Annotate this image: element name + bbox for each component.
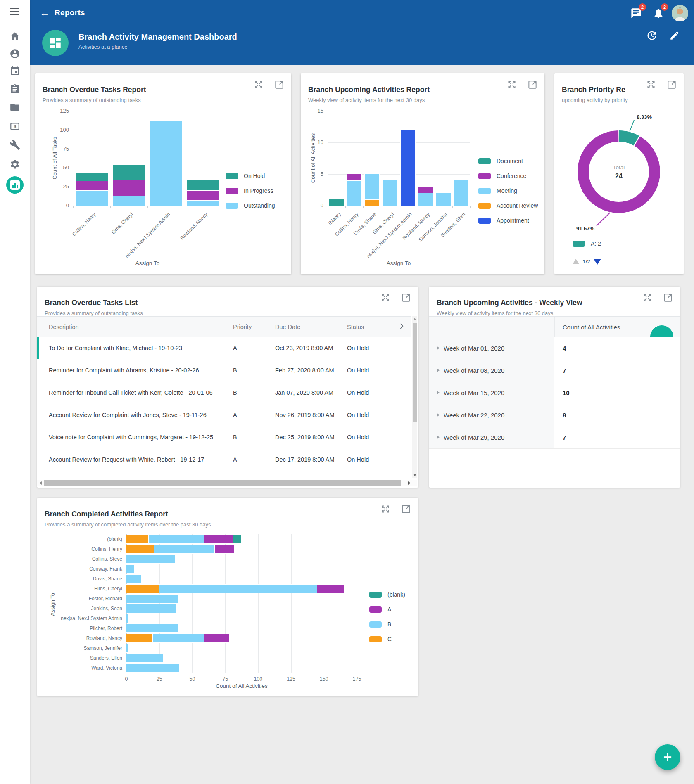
open-in-new-icon[interactable] bbox=[666, 79, 677, 90]
menu-icon[interactable] bbox=[10, 8, 19, 15]
avatar[interactable] bbox=[672, 5, 688, 21]
table-row[interactable]: Reminder for Complaint with Abrams, Kris… bbox=[37, 359, 411, 382]
expand-triangle-icon[interactable] bbox=[437, 368, 440, 372]
pager-up-icon[interactable] bbox=[573, 259, 579, 264]
legend-item-c[interactable]: C bbox=[369, 636, 392, 642]
bar-segment-blank[interactable] bbox=[233, 535, 241, 543]
bar-segment-meeting[interactable] bbox=[418, 193, 433, 206]
bar-segment-meeting[interactable] bbox=[365, 174, 379, 199]
bar-segment-appointment[interactable] bbox=[401, 130, 415, 206]
expand-triangle-icon[interactable] bbox=[437, 391, 440, 395]
donut-slice-a[interactable] bbox=[619, 136, 637, 141]
bar-segment-on-hold[interactable] bbox=[113, 165, 145, 180]
bar-segment-outstanding[interactable] bbox=[113, 196, 145, 206]
bar-segment-meeting[interactable] bbox=[436, 193, 451, 206]
tools-icon[interactable] bbox=[10, 140, 20, 150]
bar-segment-b[interactable] bbox=[154, 545, 215, 553]
back-arrow-icon[interactable]: ← bbox=[37, 6, 51, 20]
bar-segment-b[interactable] bbox=[126, 664, 179, 672]
column-header-due-date[interactable]: Due Date bbox=[275, 324, 300, 330]
bar-segment-b[interactable] bbox=[126, 595, 178, 603]
legend-item-meeting[interactable]: Meeting bbox=[478, 187, 517, 194]
table-row[interactable]: Reminder for Inbound Call Ticket with Ke… bbox=[37, 381, 411, 404]
bar-segment-b[interactable] bbox=[126, 575, 141, 583]
bar-segment-b[interactable] bbox=[126, 624, 178, 632]
bar-segment-c[interactable] bbox=[126, 585, 159, 593]
bar-segment-b[interactable] bbox=[126, 654, 163, 662]
sidebar-item-reports[interactable] bbox=[6, 176, 24, 194]
legend-item-on-hold[interactable]: On Hold bbox=[226, 173, 265, 179]
bar-segment-b[interactable] bbox=[159, 585, 318, 593]
bar-segment-b[interactable] bbox=[126, 555, 175, 563]
bar-segment-b[interactable] bbox=[126, 644, 128, 652]
week-expander[interactable]: Week of Mar 15, 2020 bbox=[429, 381, 554, 404]
vertical-scrollbar[interactable] bbox=[412, 316, 417, 478]
bar-segment-meeting[interactable] bbox=[347, 180, 361, 206]
bar-segment-outstanding[interactable] bbox=[187, 200, 219, 206]
home-icon[interactable] bbox=[10, 31, 20, 42]
legend-item-account-review[interactable]: Account Review bbox=[478, 202, 538, 209]
bar-segment-account-review[interactable] bbox=[365, 199, 379, 206]
legend-item-conference[interactable]: Conference bbox=[478, 173, 526, 179]
bar-segment-a[interactable] bbox=[204, 535, 233, 543]
bar-segment-conference[interactable] bbox=[418, 187, 433, 193]
bar-segment-in-progress[interactable] bbox=[76, 181, 108, 191]
bar-segment-c[interactable] bbox=[126, 535, 149, 543]
chat-icon[interactable]: 2 bbox=[628, 6, 643, 21]
bar-segment-document[interactable] bbox=[329, 199, 344, 206]
bar-segment-b[interactable] bbox=[126, 604, 176, 613]
bar-segment-in-progress[interactable] bbox=[113, 180, 145, 196]
legend-item-blank[interactable]: (blank) bbox=[369, 591, 405, 598]
table-row[interactable]: Account Review for Request with White, R… bbox=[37, 448, 411, 471]
tasks-icon[interactable] bbox=[10, 84, 20, 95]
bar-segment-a[interactable] bbox=[215, 545, 235, 553]
table-row[interactable]: Voice note for Complaint with Cummings, … bbox=[37, 426, 411, 449]
legend-item-in-progress[interactable]: In Progress bbox=[226, 187, 273, 194]
legend-item-a[interactable]: A bbox=[369, 606, 391, 613]
bar-segment-outstanding[interactable] bbox=[150, 121, 182, 206]
expand-triangle-icon[interactable] bbox=[437, 435, 440, 439]
bar-segment-b[interactable] bbox=[126, 614, 128, 623]
legend-item-appointment[interactable]: Appointment bbox=[478, 217, 529, 224]
edit-icon[interactable] bbox=[667, 28, 682, 43]
week-expander[interactable]: Week of Mar 22, 2020 bbox=[429, 404, 554, 426]
bar-segment-on-hold[interactable] bbox=[187, 180, 219, 191]
calendar-icon[interactable] bbox=[10, 66, 20, 76]
bar-segment-conference[interactable] bbox=[347, 174, 361, 180]
table-row[interactable]: To Do for Complaint with Kline, Michael … bbox=[37, 337, 411, 360]
column-header-status[interactable]: Status bbox=[347, 324, 364, 330]
bar-segment-meeting[interactable] bbox=[383, 180, 397, 206]
table-row[interactable]: Account Review for Complaint with Jones,… bbox=[37, 404, 411, 426]
legend-item-document[interactable]: Document bbox=[478, 158, 523, 164]
fullscreen-icon[interactable] bbox=[380, 292, 391, 303]
week-expander[interactable]: Week of Mar 29, 2020 bbox=[429, 426, 554, 448]
legend-item-outstanding[interactable]: Outstanding bbox=[226, 202, 275, 209]
donut-slice-other[interactable] bbox=[583, 136, 655, 208]
bar-segment-b[interactable] bbox=[126, 565, 134, 573]
billing-icon[interactable]: $ bbox=[10, 121, 20, 132]
bar-segment-outstanding[interactable] bbox=[76, 190, 108, 206]
expand-triangle-icon[interactable] bbox=[437, 346, 440, 350]
expand-triangle-icon[interactable] bbox=[437, 413, 440, 417]
fullscreen-icon[interactable] bbox=[642, 292, 653, 303]
fullscreen-icon[interactable] bbox=[646, 79, 656, 90]
pager-down-icon[interactable] bbox=[594, 259, 601, 265]
bar-segment-c[interactable] bbox=[126, 634, 153, 642]
documents-icon[interactable] bbox=[10, 102, 20, 113]
contacts-icon[interactable] bbox=[10, 48, 20, 59]
bar-segment-a[interactable] bbox=[317, 585, 344, 593]
bar-segment-b[interactable] bbox=[153, 634, 204, 642]
chevron-right-icon[interactable] bbox=[397, 322, 406, 330]
update-icon[interactable] bbox=[644, 28, 658, 43]
bar-segment-on-hold[interactable] bbox=[76, 173, 108, 180]
legend-item-b[interactable]: B bbox=[369, 621, 391, 628]
column-header-description[interactable]: Description bbox=[49, 324, 79, 330]
open-in-new-icon[interactable] bbox=[401, 292, 411, 303]
horizontal-scrollbar[interactable] bbox=[37, 480, 417, 486]
bar-segment-in-progress[interactable] bbox=[187, 190, 219, 200]
notifications-icon[interactable]: 2 bbox=[650, 6, 665, 21]
week-expander[interactable]: Week of Mar 01, 2020 bbox=[429, 337, 554, 359]
settings-icon[interactable] bbox=[10, 159, 20, 170]
bar-segment-c[interactable] bbox=[126, 545, 154, 553]
bar-segment-meeting[interactable] bbox=[454, 180, 468, 206]
